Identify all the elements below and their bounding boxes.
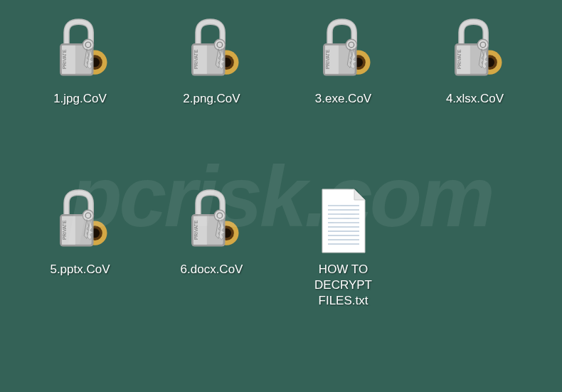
svg-point-34 xyxy=(477,39,488,50)
svg-text:PRIVATE: PRIVATE xyxy=(62,49,67,69)
encrypted-file-3[interactable]: PRIVATE 3.exe.CoV xyxy=(285,14,402,178)
ransom-note-file[interactable]: HOW TO DECRYPT FILES.txt xyxy=(285,185,402,349)
encrypted-file-4[interactable]: PRIVATE 4.xlsx.CoV xyxy=(416,14,534,178)
file-label: 5.pptx.CoV xyxy=(50,262,110,277)
file-label: 1.jpg.CoV xyxy=(53,91,107,107)
padlock-icon: PRIVATE xyxy=(45,14,116,85)
padlock-icon: PRIVATE xyxy=(440,14,511,85)
text-file-icon xyxy=(308,185,379,256)
encrypted-file-6[interactable]: PRIVATE 6.docx.CoV xyxy=(153,185,270,349)
encrypted-file-1[interactable]: PRIVATE 1.jpg.CoV xyxy=(21,14,139,178)
file-label: 6.docx.CoV xyxy=(181,262,243,277)
svg-text:PRIVATE: PRIVATE xyxy=(62,220,67,240)
padlock-icon: PRIVATE xyxy=(45,185,116,256)
svg-text:PRIVATE: PRIVATE xyxy=(193,220,198,240)
encrypted-file-2[interactable]: PRIVATE 2.png.CoV xyxy=(153,14,270,178)
svg-point-52 xyxy=(214,210,225,221)
svg-text:PRIVATE: PRIVATE xyxy=(457,49,462,69)
file-label: HOW TO DECRYPT FILES.txt xyxy=(290,262,397,309)
svg-point-7 xyxy=(83,39,93,50)
padlock-icon: PRIVATE xyxy=(308,14,379,85)
file-label: 3.exe.CoV xyxy=(315,91,371,107)
file-label: 4.xlsx.CoV xyxy=(446,91,504,107)
svg-point-43 xyxy=(83,210,93,221)
svg-text:PRIVATE: PRIVATE xyxy=(325,49,330,69)
svg-point-25 xyxy=(346,39,356,50)
padlock-icon: PRIVATE xyxy=(176,14,248,85)
padlock-icon: PRIVATE xyxy=(176,185,248,256)
file-label: 2.png.CoV xyxy=(183,91,240,107)
svg-text:PRIVATE: PRIVATE xyxy=(193,49,198,69)
desktop-area: PRIVATE 1.jpg.CoV PRIVATE xyxy=(21,14,541,349)
svg-point-16 xyxy=(214,39,225,50)
encrypted-file-5[interactable]: PRIVATE 5.pptx.CoV xyxy=(21,185,139,349)
